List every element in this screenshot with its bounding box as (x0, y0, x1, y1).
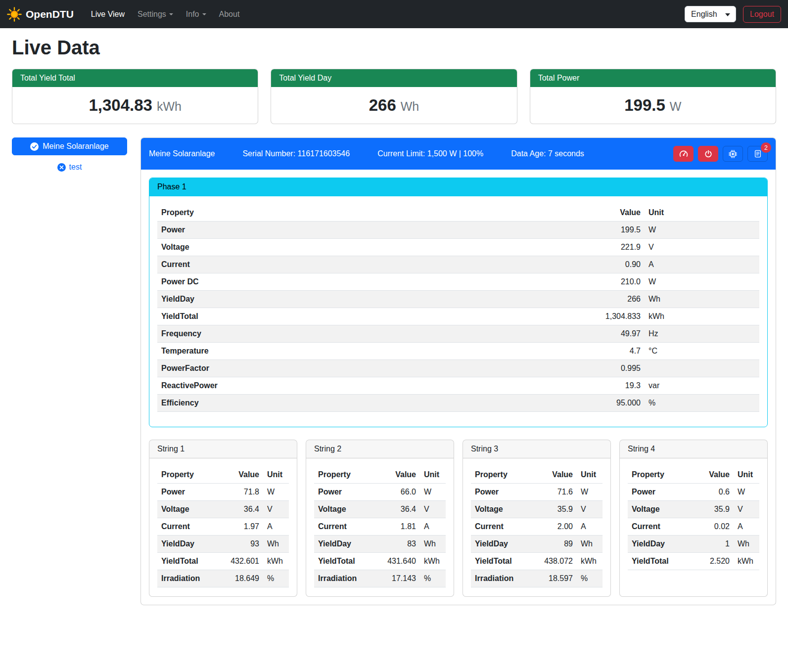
string-card-body: PropertyValueUnitPower0.6WVoltage35.9VCu… (620, 458, 767, 579)
unit-cell: kWh (577, 553, 603, 570)
unit-cell: V (420, 501, 446, 518)
property-cell: ReactivePower (157, 377, 584, 395)
string-card-title: String 1 (149, 440, 297, 458)
unit-cell: Wh (734, 536, 759, 553)
value-cell: 71.8 (223, 484, 263, 501)
property-cell: PowerFactor (157, 360, 584, 377)
table-row: YieldDay89Wh (471, 536, 603, 553)
phase-table-body: Power199.5WVoltage221.9VCurrent0.90APowe… (157, 222, 759, 412)
string-card: String 4PropertyValueUnitPower0.6WVoltag… (619, 440, 768, 597)
string-table-body: Power71.6WVoltage35.9VCurrent2.00AYieldD… (471, 484, 603, 587)
property-cell: YieldTotal (157, 553, 223, 570)
phase-card: Phase 1 Property Value Unit Power199.5WV… (149, 178, 768, 427)
value-cell: 93 (223, 536, 263, 553)
column-header-value: Value (379, 466, 420, 484)
column-header-property: Property (628, 466, 693, 484)
sidebar-item-test[interactable]: test (12, 163, 127, 172)
power-switch-button[interactable] (698, 146, 718, 162)
sidebar-item-label: Meine Solaranlage (43, 142, 108, 151)
property-cell: Irradiation (314, 570, 379, 587)
device-info-button[interactable] (723, 146, 743, 162)
check-circle-icon (30, 142, 39, 151)
unit-cell: kWh (263, 553, 289, 570)
value-cell: 2.520 (693, 553, 734, 570)
limit-settings-button[interactable] (673, 146, 694, 162)
unit-cell: kWh (420, 553, 446, 570)
unit-cell: kWh (645, 308, 759, 325)
table-header-row: PropertyValueUnit (628, 466, 759, 484)
table-row: Power71.8W (157, 484, 289, 501)
value-cell: 199.5 (584, 222, 645, 239)
property-cell: Power (471, 484, 536, 501)
table-row: YieldDay83Wh (314, 536, 446, 553)
table-row: Irradiation18.597% (471, 570, 603, 587)
table-row: Efficiency95.000% (157, 395, 759, 412)
value-cell: 49.97 (584, 325, 645, 343)
table-row: Power66.0W (314, 484, 446, 501)
column-header-property: Property (157, 204, 584, 222)
nav-item-live-view[interactable]: Live View (85, 6, 131, 23)
property-cell: Voltage (314, 501, 379, 518)
summary-card-body: 266 Wh (271, 87, 516, 124)
property-cell: Voltage (471, 501, 536, 518)
column-header-value: Value (223, 466, 263, 484)
value-cell: 36.4 (223, 501, 263, 518)
unit-cell: V (734, 501, 759, 518)
strings-row: String 1PropertyValueUnitPower71.8WVolta… (149, 440, 768, 597)
unit-cell: V (577, 501, 603, 518)
phase-card-title: Phase 1 (149, 178, 767, 196)
table-row: Power DC210.0W (157, 273, 759, 291)
unit-cell: V (645, 239, 759, 256)
language-select[interactable]: English (685, 6, 736, 22)
value-cell: 35.9 (693, 501, 734, 518)
unit-cell: A (263, 518, 289, 536)
unit-cell: A (734, 518, 759, 536)
logout-button[interactable]: Logout (743, 6, 781, 23)
inverter-sidebar: Meine Solaranlage test (12, 137, 127, 172)
brand-link[interactable]: OpenDTU (7, 7, 74, 22)
property-cell: Current (628, 518, 693, 536)
nav-item-info[interactable]: Info (180, 6, 213, 23)
gauge-icon (679, 149, 688, 158)
inverter-panel: Meine Solaranlage Serial Number: 1161716… (140, 137, 776, 605)
unit-cell: W (734, 484, 759, 501)
table-row: Current1.81A (314, 518, 446, 536)
table-row: YieldTotal432.601kWh (157, 553, 289, 570)
summary-unit: Wh (401, 99, 419, 114)
sidebar-item-meine-solaranlage[interactable]: Meine Solaranlage (12, 137, 127, 155)
value-cell: 35.9 (536, 501, 577, 518)
table-row: YieldTotal2.520kWh (628, 553, 759, 570)
table-row: PowerFactor0.995 (157, 360, 759, 377)
x-circle-icon (57, 163, 66, 172)
summary-value: 1,304.83 (89, 96, 152, 115)
value-cell: 266 (584, 291, 645, 308)
page-content: Live Data Total Yield Total 1,304.83 kWh… (0, 37, 788, 617)
unit-cell (645, 360, 759, 377)
event-log-button[interactable]: 2 (747, 146, 768, 162)
nav-item-settings[interactable]: Settings (131, 6, 180, 23)
main-grid: Meine Solaranlage test Meine Solaranlage… (12, 137, 776, 605)
property-cell: Current (471, 518, 536, 536)
property-cell: Power (628, 484, 693, 501)
string-table-body: Power71.8WVoltage36.4VCurrent1.97AYieldD… (157, 484, 289, 587)
summary-value: 266 (369, 96, 396, 115)
unit-cell: % (263, 570, 289, 587)
summary-unit: kWh (157, 99, 182, 114)
value-cell: 438.072 (536, 553, 577, 570)
summary-value: 199.5 (624, 96, 665, 115)
value-cell: 83 (379, 536, 420, 553)
property-cell: YieldDay (157, 291, 584, 308)
property-cell: Temperature (157, 343, 584, 360)
unit-cell: Wh (645, 291, 759, 308)
string-table: PropertyValueUnitPower0.6WVoltage35.9VCu… (628, 466, 759, 570)
string-table-body: Power66.0WVoltage36.4VCurrent1.81AYieldD… (314, 484, 446, 587)
property-cell: Current (157, 518, 223, 536)
string-card-body: PropertyValueUnitPower71.8WVoltage36.4VC… (149, 458, 297, 596)
inverter-name: Meine Solaranlage (149, 149, 215, 158)
nav-item-about[interactable]: About (213, 6, 246, 23)
column-header-unit: Unit (645, 204, 759, 222)
summary-card-title: Total Yield Total (12, 69, 258, 87)
summary-card-title: Total Yield Day (271, 69, 516, 87)
property-cell: Current (314, 518, 379, 536)
value-cell: 221.9 (584, 239, 645, 256)
